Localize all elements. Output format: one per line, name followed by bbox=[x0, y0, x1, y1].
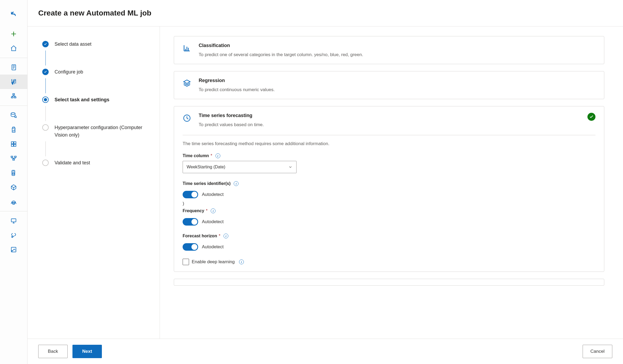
step-label: Select data asset bbox=[55, 40, 91, 48]
svg-rect-2 bbox=[11, 97, 13, 98]
svg-rect-12 bbox=[13, 159, 15, 160]
info-icon[interactable]: i bbox=[224, 234, 228, 238]
svg-rect-7 bbox=[14, 142, 16, 144]
card-description: To predict one of several categories in … bbox=[199, 52, 595, 57]
timeseries-intro: The time series forecasting method requi… bbox=[183, 141, 595, 146]
toggle-label: Autodetect bbox=[202, 219, 224, 224]
rail-back-icon[interactable] bbox=[0, 7, 27, 21]
step-hyperparameter[interactable]: Hyperparameter configuration (Computer V… bbox=[42, 124, 149, 139]
task-card-regression[interactable]: Regression To predict continuous numeric… bbox=[174, 71, 604, 99]
step-label: Hyperparameter configuration (Computer V… bbox=[55, 124, 149, 139]
ts-identifiers-toggle[interactable] bbox=[183, 191, 198, 198]
rail-designer-icon[interactable] bbox=[0, 89, 27, 103]
svg-point-4 bbox=[11, 113, 15, 114]
info-icon[interactable]: i bbox=[239, 260, 244, 264]
toggle-label: Autodetect bbox=[202, 192, 224, 197]
step-future-icon bbox=[42, 160, 49, 166]
svg-rect-10 bbox=[11, 156, 13, 157]
task-card-classification[interactable]: Classification To predict one of several… bbox=[174, 36, 604, 64]
card-title: Time series forecasting bbox=[199, 113, 580, 118]
rail-endpoints-icon[interactable] bbox=[0, 195, 27, 209]
svg-rect-14 bbox=[13, 173, 14, 174]
rail-models-icon[interactable] bbox=[0, 180, 27, 195]
layers-icon bbox=[183, 79, 191, 87]
svg-rect-8 bbox=[11, 144, 13, 146]
step-select-data-asset[interactable]: Select data asset bbox=[42, 40, 149, 48]
task-selection-area: Classification To predict one of several… bbox=[160, 26, 623, 339]
rail-compute-icon[interactable] bbox=[0, 214, 27, 228]
svg-rect-16 bbox=[11, 219, 16, 222]
svg-rect-13 bbox=[12, 170, 15, 176]
card-description: To predict values based on time. bbox=[199, 122, 580, 127]
rail-data-icon[interactable] bbox=[0, 108, 27, 122]
rail-new-icon[interactable] bbox=[0, 27, 27, 41]
info-icon[interactable]: i bbox=[216, 153, 220, 158]
step-select-task[interactable]: Select task and settings bbox=[42, 96, 149, 103]
left-nav-rail bbox=[0, 0, 28, 364]
time-column-select[interactable]: WeekStarting (Date) bbox=[183, 161, 297, 173]
page-header: Create a new Automated ML job bbox=[28, 0, 623, 26]
svg-rect-11 bbox=[14, 156, 16, 157]
deep-learning-checkbox[interactable] bbox=[183, 259, 189, 265]
svg-rect-6 bbox=[11, 142, 13, 144]
clock-icon bbox=[183, 114, 191, 122]
wizard-stepper: Select data asset Configure job Select t… bbox=[28, 26, 160, 339]
cancel-button[interactable]: Cancel bbox=[583, 345, 612, 358]
horizon-toggle[interactable] bbox=[183, 243, 198, 251]
chevron-down-icon bbox=[288, 165, 293, 169]
rail-jobs-icon[interactable] bbox=[0, 122, 27, 137]
step-current-icon bbox=[42, 96, 49, 103]
rail-pipelines-icon[interactable] bbox=[0, 151, 27, 166]
next-card-peek bbox=[174, 279, 604, 286]
step-future-icon bbox=[42, 124, 49, 131]
toggle-label: Autodetect bbox=[202, 244, 224, 250]
card-description: To predict continuous numeric values. bbox=[199, 87, 595, 92]
task-card-timeseries[interactable]: Time series forecasting To predict value… bbox=[174, 106, 604, 272]
bar-chart-icon bbox=[183, 44, 191, 52]
main-panel: Create a new Automated ML job Select dat… bbox=[28, 0, 623, 364]
svg-rect-0 bbox=[12, 65, 16, 70]
step-done-icon bbox=[42, 69, 49, 75]
rail-data-labeling-icon[interactable] bbox=[0, 242, 27, 257]
select-value: WeekStarting (Date) bbox=[187, 165, 225, 169]
rail-linked-services-icon[interactable] bbox=[0, 228, 27, 242]
wizard-footer: Back Next Cancel bbox=[28, 339, 623, 364]
time-column-label: Time column * i bbox=[183, 153, 220, 158]
step-done-icon bbox=[42, 41, 49, 47]
step-label: Select task and settings bbox=[55, 96, 109, 103]
rail-environments-icon[interactable] bbox=[0, 166, 27, 180]
frequency-toggle[interactable] bbox=[183, 218, 198, 226]
selected-check-icon bbox=[587, 113, 595, 121]
page-title: Create a new Automated ML job bbox=[38, 9, 151, 17]
frequency-label: Frequency * i bbox=[183, 208, 216, 213]
rail-notebooks-icon[interactable] bbox=[0, 60, 27, 75]
svg-rect-1 bbox=[13, 94, 15, 95]
info-icon[interactable]: i bbox=[211, 208, 216, 213]
svg-point-15 bbox=[13, 202, 15, 203]
rail-components-icon[interactable] bbox=[0, 137, 27, 151]
horizon-label: Forecast horizon * i bbox=[183, 234, 228, 238]
svg-rect-3 bbox=[14, 97, 16, 98]
rail-home-icon[interactable] bbox=[0, 41, 27, 56]
ts-identifiers-label: Time series identifier(s) i bbox=[183, 181, 239, 186]
next-button[interactable]: Next bbox=[72, 345, 102, 358]
step-label: Validate and test bbox=[55, 159, 90, 166]
info-icon[interactable]: i bbox=[234, 181, 239, 186]
svg-rect-9 bbox=[14, 144, 16, 146]
back-button[interactable]: Back bbox=[38, 345, 68, 358]
stray-text: ) bbox=[183, 201, 595, 206]
rail-automl-icon[interactable] bbox=[0, 75, 27, 89]
card-title: Regression bbox=[199, 78, 595, 83]
card-title: Classification bbox=[199, 43, 595, 48]
step-configure-job[interactable]: Configure job bbox=[42, 68, 149, 76]
step-validate[interactable]: Validate and test bbox=[42, 159, 149, 166]
deep-learning-label: Enable deep learning bbox=[192, 259, 235, 265]
step-label: Configure job bbox=[55, 68, 83, 76]
